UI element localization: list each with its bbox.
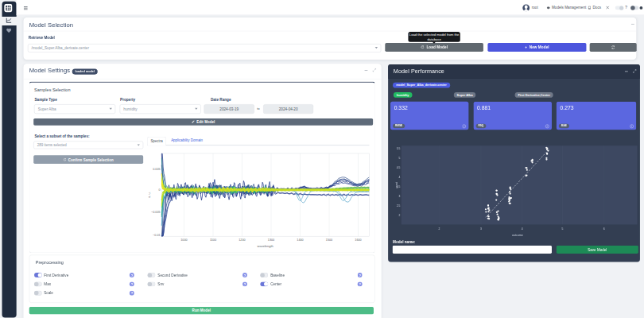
svg-text:5: 5 [562, 227, 564, 231]
svg-text:a. u.: a. u. [148, 192, 151, 197]
svg-text:1500: 1500 [326, 238, 332, 242]
svg-text:5: 5 [398, 157, 400, 160]
svg-text:3: 3 [398, 195, 400, 198]
svg-text:0.005: 0.005 [153, 168, 160, 171]
svg-text:pred: pred [395, 182, 398, 188]
svg-text:1200: 1200 [239, 238, 245, 242]
svg-text:1600: 1600 [355, 238, 361, 242]
svg-text:0: 0 [159, 188, 161, 192]
svg-text:2: 2 [438, 227, 440, 231]
svg-text:4: 4 [398, 176, 400, 179]
svg-text:wavelength: wavelength [258, 244, 274, 248]
svg-text:1400: 1400 [297, 238, 303, 242]
svg-text:4: 4 [522, 227, 523, 231]
svg-text:4.5: 4.5 [397, 166, 401, 169]
svg-text:1100: 1100 [210, 238, 216, 242]
svg-text:3: 3 [480, 227, 482, 231]
svg-text:6: 6 [603, 227, 605, 231]
svg-text:outcome: outcome [512, 234, 523, 237]
svg-text:1000: 1000 [180, 238, 187, 242]
svg-text:2: 2 [398, 214, 400, 217]
svg-text:−0.01: −0.01 [153, 234, 161, 237]
svg-text:−0.005: −0.005 [151, 211, 161, 214]
svg-text:1300: 1300 [268, 238, 274, 242]
svg-text:2.5: 2.5 [397, 204, 401, 207]
svg-text:5.5: 5.5 [397, 147, 401, 150]
